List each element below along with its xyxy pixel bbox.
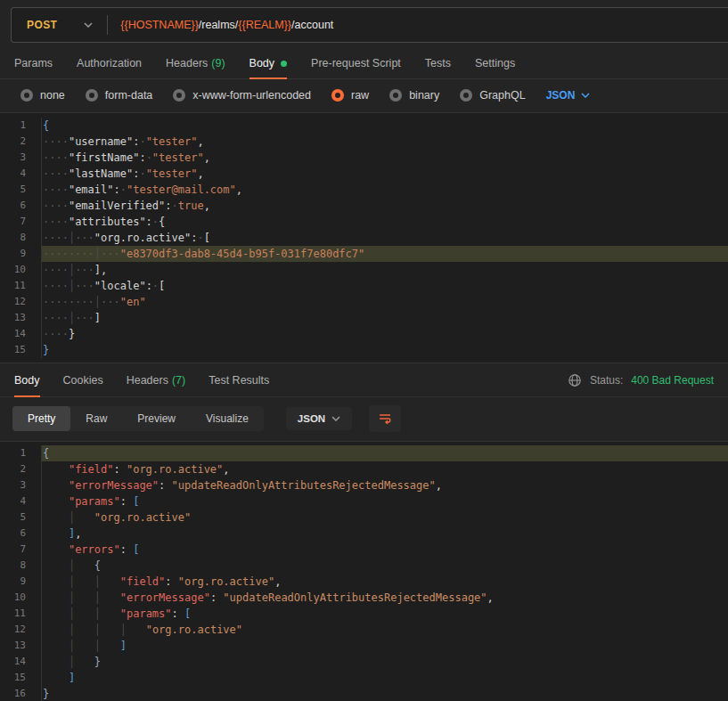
url-variable: {{REALM}} (238, 19, 291, 31)
status-area: Status: 400 Bad Request (568, 373, 714, 387)
tab-cookies[interactable]: Cookies (63, 363, 103, 396)
code-line[interactable]: 7····"attributes":·{ (0, 214, 728, 230)
body-type-label: form-data (105, 89, 153, 102)
code-content: ], (41, 526, 728, 542)
line-number: 10 (0, 590, 41, 606)
body-type-none[interactable]: none (20, 89, 65, 102)
code-line[interactable]: 1{ (0, 118, 728, 134)
code-line[interactable]: 3····"firstName":·"tester", (0, 150, 728, 166)
code-line[interactable]: 14····} (0, 326, 728, 342)
code-content: ········│···"en" (41, 294, 728, 310)
tab-headers[interactable]: Headers(7) (127, 363, 186, 396)
tab-label: Test Results (209, 374, 269, 387)
code-line: 13 │ │ ] (0, 638, 728, 654)
tab-label: Tests (425, 57, 451, 69)
response-language-selector[interactable]: JSON (286, 407, 352, 430)
body-type-binary[interactable]: binary (389, 89, 439, 102)
wrap-lines-button[interactable] (369, 405, 401, 432)
tab-body[interactable]: Body (249, 48, 288, 78)
code-content: { (41, 445, 728, 461)
line-number: 15 (0, 342, 41, 358)
line-number: 12 (0, 622, 41, 638)
request-language-selector[interactable]: JSON (546, 89, 591, 102)
method-selector[interactable]: POST (12, 19, 93, 31)
response-format-tabs: PrettyRawPreviewVisualize (12, 406, 264, 431)
code-line[interactable]: 9········│···"e8370df3-dab8-45d4-b95f-03… (0, 246, 728, 262)
code-content: ····"username":·"tester", (41, 134, 728, 150)
tab-pre-request-script[interactable]: Pre-request Script (311, 48, 401, 78)
tab-headers[interactable]: Headers(9) (166, 48, 225, 78)
code-line: 5 │ "org.ro.active" (0, 509, 728, 526)
line-number: 1 (0, 118, 41, 134)
line-number: 1 (0, 445, 41, 461)
code-line[interactable]: 4····"lastName":·"tester", (0, 166, 728, 182)
body-type-raw[interactable]: raw (331, 89, 369, 102)
url-path-segment: /realms/ (199, 19, 238, 31)
code-line[interactable]: 8····│···"org.ro.active":·[ (0, 230, 728, 246)
format-tab-raw[interactable]: Raw (70, 406, 122, 431)
code-line: 15 ] (0, 670, 728, 686)
code-content: │ { (41, 558, 728, 574)
tab-authorization[interactable]: Authorization (77, 48, 142, 78)
code-line[interactable]: 2····"username":·"tester", (0, 134, 728, 150)
tab-label: Cookies (63, 374, 103, 387)
body-type-label: GraphQL (479, 89, 525, 102)
format-tab-visualize[interactable]: Visualize (191, 406, 264, 431)
body-type-options: noneform-datax-www-form-urlencodedrawbin… (0, 79, 728, 112)
code-line[interactable]: 5····"email":·"tester@mail.com", (0, 182, 728, 198)
format-tab-pretty[interactable]: Pretty (12, 406, 70, 431)
code-line: 4 "params": [ (0, 493, 728, 509)
code-line: 6 ], (0, 526, 728, 542)
body-type-label: x-www-form-urlencoded (192, 89, 311, 102)
globe-icon[interactable] (568, 373, 582, 387)
radio-icon (20, 89, 33, 102)
status-label: Status: (590, 374, 623, 387)
code-content: │ "org.ro.active" (41, 509, 728, 526)
code-content: ····"firstName":·"tester", (41, 150, 728, 166)
tab-body[interactable]: Body (14, 363, 40, 396)
code-content: ····"emailVerified":·true, (41, 198, 728, 214)
url-input[interactable]: {{HOSTNAME}}/realms/{{REALM}}/account (120, 19, 333, 31)
tab-tests[interactable]: Tests (425, 48, 451, 78)
tab-settings[interactable]: Settings (475, 48, 515, 78)
line-number: 4 (0, 493, 41, 509)
code-line[interactable]: 10····│···], (0, 262, 728, 278)
body-type-graphql[interactable]: GraphQL (460, 89, 525, 102)
body-type-label: binary (409, 89, 439, 102)
code-line[interactable]: 15} (0, 342, 728, 358)
tab-params[interactable]: Params (14, 48, 53, 78)
body-type-x-www-form-urlencoded[interactable]: x-www-form-urlencoded (173, 89, 311, 102)
line-number: 12 (0, 294, 41, 310)
code-content: ····"email":·"tester@mail.com", (41, 182, 728, 198)
code-content: "params": [ (41, 493, 728, 509)
tab-label: Settings (475, 57, 515, 69)
code-line[interactable]: 11····│···"locale":·[ (0, 278, 728, 294)
code-line: 14 │ } (0, 654, 728, 670)
line-number: 3 (0, 150, 41, 166)
format-tab-preview[interactable]: Preview (122, 406, 191, 431)
tab-test-results[interactable]: Test Results (209, 363, 269, 396)
code-content: ····│···"org.ro.active":·[ (41, 230, 728, 246)
line-number: 4 (0, 166, 41, 182)
code-content: ] (41, 670, 728, 686)
code-line[interactable]: 12········│···"en" (0, 294, 728, 310)
code-content: "errors": [ (41, 542, 728, 558)
method-label: POST (27, 19, 57, 31)
radio-icon (86, 89, 98, 102)
code-line[interactable]: 13····│···] (0, 310, 728, 326)
tab-label: Pre-request Script (311, 57, 401, 69)
code-line[interactable]: 6····"emailVerified":·true, (0, 198, 728, 214)
code-content: "errorMessage": "updateReadOnlyAttribute… (41, 477, 728, 493)
code-content: │ │ "field": "org.ro.active", (41, 574, 728, 590)
code-content: ····│···] (41, 310, 728, 326)
body-type-form-data[interactable]: form-data (86, 89, 153, 102)
code-line: 2 "field": "org.ro.active", (0, 461, 728, 477)
line-number: 14 (0, 326, 41, 342)
code-line: 1{ (0, 445, 728, 461)
chevron-down-icon (331, 416, 340, 421)
response-body-editor[interactable]: 1{2 "field": "org.ro.active",3 "errorMes… (0, 441, 728, 701)
request-body-editor[interactable]: 1{2····"username":·"tester",3····"firstN… (0, 112, 728, 363)
line-number: 7 (0, 214, 41, 230)
radio-icon (331, 89, 344, 102)
code-line: 9 │ │ "field": "org.ro.active", (0, 574, 728, 590)
